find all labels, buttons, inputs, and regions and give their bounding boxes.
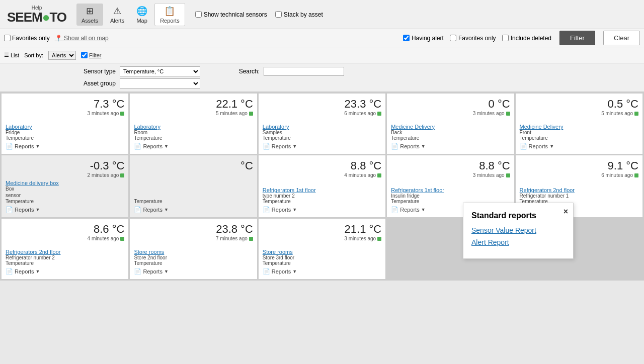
card-reports-4[interactable]: 📄 Reports ▼ bbox=[520, 143, 638, 150]
search-input[interactable] bbox=[264, 67, 344, 76]
card-type-1: Temperature bbox=[134, 135, 253, 141]
status-dot-7 bbox=[377, 173, 381, 177]
card-time-8: 3 minutes ago bbox=[391, 172, 510, 178]
card-location-4[interactable]: Medicine Delivery bbox=[520, 124, 638, 130]
card-temp-partial: °C bbox=[240, 159, 253, 172]
include-deleted-checkbox[interactable] bbox=[502, 35, 509, 41]
card-time-4: 5 minutes ago bbox=[520, 111, 638, 116]
stack-by-asset-label[interactable]: Stack by asset bbox=[275, 11, 323, 18]
reports-nav-item[interactable]: 📋 Reports bbox=[154, 3, 185, 26]
card-reports-2[interactable]: 📄 Reports ▼ bbox=[263, 143, 381, 150]
favorites-only-checkbox[interactable] bbox=[4, 35, 11, 41]
top-nav: Help SEEM●TO ⊞ Assets ⚠ Alerts 🌐 Map 📋 R… bbox=[0, 0, 644, 29]
list-button[interactable]: ☰ List bbox=[4, 52, 19, 58]
card-location-3[interactable]: Medicine Delivery bbox=[391, 124, 510, 130]
report-doc-icon-10: 📄 bbox=[6, 268, 13, 275]
card-location-2[interactable]: Laboratory bbox=[263, 124, 381, 130]
having-alert-label[interactable]: Having alert bbox=[403, 35, 444, 42]
reports-dropdown-arrow-2: ▼ bbox=[292, 144, 297, 149]
alerts-nav-item[interactable]: ⚠ Alerts bbox=[105, 4, 129, 26]
card-reports-partial[interactable]: 📄 Reports ▼ bbox=[134, 206, 253, 213]
sensor-card-partial: °C Temperature 📄 Reports ▼ bbox=[130, 155, 257, 217]
card-reports-12[interactable]: 📄 Reports ▼ bbox=[263, 268, 381, 275]
card-location-11[interactable]: Store rooms bbox=[134, 249, 253, 255]
show-technical-sensors-label[interactable]: Show technical sensors bbox=[195, 11, 267, 18]
having-alert-checkbox[interactable] bbox=[403, 35, 410, 41]
card-reports-10[interactable]: 📄 Reports ▼ bbox=[6, 268, 124, 275]
sort-select[interactable]: Alerts bbox=[48, 51, 76, 60]
sensor-type-select[interactable]: Temperature, °C bbox=[120, 66, 200, 76]
favorites-only-label[interactable]: Favorites only bbox=[4, 35, 50, 42]
card-reports-0[interactable]: 📄 Reports ▼ bbox=[6, 143, 124, 150]
favorites-only-text: Favorites only bbox=[12, 35, 50, 42]
card-type-4: Temperature bbox=[520, 135, 638, 141]
card-time-9: 6 minutes ago bbox=[520, 172, 638, 178]
filter-checkbox[interactable] bbox=[81, 52, 88, 58]
reports-label-12: Reports bbox=[272, 268, 291, 275]
show-all-on-map[interactable]: 📍 Show all on map bbox=[55, 35, 109, 42]
favorites-only-2-label[interactable]: Favorites only bbox=[450, 35, 496, 42]
reports-dropdown-arrow-1: ▼ bbox=[164, 144, 169, 149]
card-location-12[interactable]: Store rooms bbox=[263, 249, 381, 255]
sensor-type-label: Sensor type bbox=[70, 68, 116, 75]
filter-button[interactable]: Filter bbox=[559, 31, 595, 45]
card-time-7: 4 minutes ago bbox=[263, 172, 381, 178]
filter-link[interactable]: Filter bbox=[81, 52, 101, 58]
favorites-only-2-checkbox[interactable] bbox=[450, 35, 456, 41]
card-reports-11[interactable]: 📄 Reports ▼ bbox=[134, 268, 253, 275]
include-deleted-label[interactable]: Include deleted bbox=[502, 35, 551, 42]
card-time-2: 6 minutes ago bbox=[263, 111, 381, 116]
reports-label-8: Reports bbox=[400, 207, 420, 213]
having-alert-text: Having alert bbox=[412, 35, 444, 42]
reports-label: Reports bbox=[160, 18, 180, 24]
card-time-12: 3 minutes ago bbox=[263, 236, 381, 241]
card-location-5[interactable]: Medicine delivery box bbox=[6, 180, 124, 186]
card-reports-1[interactable]: 📄 Reports ▼ bbox=[134, 143, 253, 150]
reports-label-11: Reports bbox=[143, 268, 163, 275]
card-reports-5[interactable]: 📄 Reports ▼ bbox=[6, 206, 124, 213]
card-location-7[interactable]: Refrigerators 1st floor bbox=[263, 187, 381, 193]
card-location-9[interactable]: Refrigerators 2nd floor bbox=[520, 187, 638, 193]
reports-label-4: Reports bbox=[529, 143, 548, 149]
show-technical-sensors-checkbox[interactable] bbox=[195, 11, 202, 18]
card-sublocation-0: Fridge bbox=[6, 130, 124, 135]
card-temp-3: 0 °C bbox=[489, 98, 510, 111]
card-reports-3[interactable]: 📄 Reports ▼ bbox=[391, 143, 510, 150]
reports-dropdown-arrow: ▼ bbox=[164, 207, 169, 212]
alert-report-link[interactable]: Alert Report bbox=[471, 238, 565, 246]
map-nav-item[interactable]: 🌐 Map bbox=[131, 4, 152, 26]
card-sublocation-11: Store 2nd floor bbox=[134, 255, 253, 260]
clear-button[interactable]: Clear bbox=[603, 31, 640, 45]
stack-by-asset-checkbox[interactable] bbox=[275, 11, 282, 18]
card-type-11: Temperature bbox=[134, 260, 253, 266]
reports-label-partial: Reports bbox=[143, 207, 163, 213]
card-temp-8: 8.8 °C bbox=[479, 159, 510, 172]
card-location-1[interactable]: Laboratory bbox=[134, 124, 253, 130]
report-doc-icon-5: 📄 bbox=[6, 206, 13, 213]
control-row: ☰ List Sort by: Alerts Filter bbox=[0, 47, 644, 63]
card-sublocation-10: Refrigerator number 2 bbox=[6, 255, 124, 260]
reports-label-3: Reports bbox=[400, 143, 420, 149]
reports-dropdown-arrow-7: ▼ bbox=[292, 207, 297, 212]
include-deleted-text: Include deleted bbox=[511, 35, 551, 42]
card-temp-1: 22.1 °C bbox=[216, 98, 253, 111]
assets-icon: ⊞ bbox=[86, 6, 94, 17]
card-location-10[interactable]: Refrigerators 2nd floor bbox=[6, 249, 124, 255]
reports-icon: 📋 bbox=[164, 6, 175, 17]
list-label: List bbox=[11, 52, 19, 58]
assets-button[interactable]: ⊞ Assets bbox=[76, 4, 103, 26]
reports-dropdown-arrow-3: ▼ bbox=[421, 144, 426, 149]
sensor-value-report-link[interactable]: Sensor Value Report bbox=[471, 226, 565, 234]
card-location-8[interactable]: Refrigerators 1st floor bbox=[391, 187, 510, 193]
card-type-2: Temperature bbox=[263, 135, 381, 141]
asset-group-select[interactable] bbox=[120, 78, 200, 88]
popup-close-button[interactable]: × bbox=[564, 207, 568, 216]
card-location-0[interactable]: Laboratory bbox=[6, 124, 124, 130]
card-time-5: 2 minutes ago bbox=[6, 172, 124, 178]
sensor-filter-area: Sensor type Temperature, °C Search: Asse… bbox=[0, 63, 644, 92]
card-reports-7[interactable]: 📄 Reports ▼ bbox=[263, 206, 381, 213]
logo: SEEM●TO bbox=[7, 11, 66, 24]
status-dot-0 bbox=[120, 112, 124, 116]
status-dot-8 bbox=[506, 173, 510, 177]
sensor-card-1: 22.1 °C 5 minutes ago Laboratory Room Te… bbox=[130, 94, 257, 154]
